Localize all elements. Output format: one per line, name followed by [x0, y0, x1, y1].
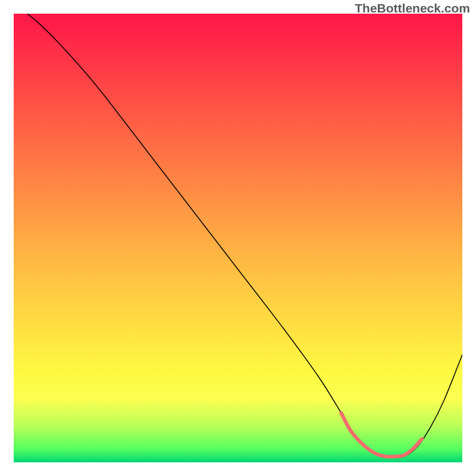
chart-svg: [14, 14, 462, 462]
chart-background: [14, 14, 462, 462]
watermark-text: TheBottleneck.com: [355, 1, 470, 15]
chart-plot-area: [14, 14, 462, 462]
